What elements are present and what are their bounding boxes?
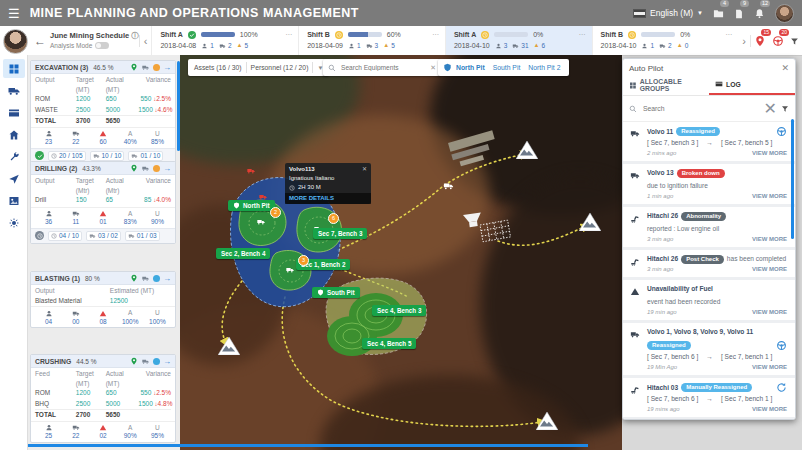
bench-count-badge[interactable]: 2 [270, 207, 281, 218]
excavation-card[interactable]: EXCAVATION (3)46.5 % → OutputTarget (MT)… [30, 60, 176, 164]
language-selector[interactable]: English (M)▼ [633, 8, 703, 18]
sidebar-item-grid[interactable] [3, 59, 25, 78]
coin-icon[interactable] [153, 64, 160, 71]
filter-icon[interactable] [790, 32, 799, 50]
view-more-link[interactable]: VIEW MORE [752, 362, 787, 372]
south-pit-label[interactable]: South Pit [312, 287, 360, 298]
steer-icon[interactable] [776, 126, 787, 137]
view-more-link[interactable]: VIEW MORE [752, 307, 787, 317]
log-entry[interactable]: Hitachi 26Post Checkhas been completed3 … [623, 250, 795, 280]
log-entry[interactable]: Volvo 13Broken downdue to ignition failu… [623, 164, 795, 207]
equipment-tooltip[interactable]: Volvo113✕ Ignatious Italiano 2H 30 M MOR… [285, 163, 371, 204]
log-entry[interactable]: Hitachi 26Abnormalityreported : Low engi… [623, 207, 795, 250]
fleet-icon[interactable] [141, 275, 150, 282]
view-more-link[interactable]: VIEW MORE [752, 404, 787, 414]
more-details-link[interactable]: MORE DETAILS [285, 193, 371, 204]
location-pin-icon[interactable] [130, 63, 138, 71]
view-more-link[interactable]: VIEW MORE [752, 234, 787, 244]
sidebar-item-gear[interactable] [3, 213, 25, 232]
horizontal-scrollbar[interactable] [28, 444, 588, 447]
messages-icon[interactable]: 20 [772, 32, 784, 50]
view-more-link[interactable]: VIEW MORE [752, 191, 787, 201]
bench-label[interactable]: Sec 2, Bench 4 [216, 248, 270, 259]
tab-log[interactable]: LOG [709, 75, 795, 95]
operator-avatar[interactable] [3, 29, 28, 54]
shift-card[interactable]: Shift B0%⋯2018-04-1012▲0 [592, 26, 739, 55]
map-filter-bar[interactable]: Assets (16 / 30) Personnel (12 / 20) ▼ [188, 59, 329, 76]
sidebar-item-wrench[interactable] [3, 147, 25, 166]
blasting-card[interactable]: BLASTING (1)80 % → OutputEstimated (MT) … [30, 271, 176, 328]
sidebar-item-image[interactable] [3, 191, 25, 210]
shift-next-chevron[interactable]: › [738, 35, 751, 47]
search-icon [328, 64, 336, 72]
bench-count-badge[interactable]: 3 [298, 255, 309, 266]
tab-north-pit[interactable]: North Pit [452, 64, 489, 71]
equipment-search-input[interactable] [339, 63, 417, 72]
drilling-card[interactable]: DRILLING (2)43.3% → OutputTarget (Mtr)Ac… [30, 161, 176, 244]
menu-icon[interactable]: ☰ [8, 6, 20, 21]
log-search-input[interactable] [641, 104, 760, 113]
bench-label[interactable]: Sec 7, Bench 3 [313, 228, 367, 239]
log-entry[interactable]: Unavailability of Fuelevent had been rec… [623, 280, 795, 323]
clear-search-icon[interactable]: ✕ [430, 64, 436, 72]
location-pin-icon[interactable] [130, 164, 138, 172]
view-more-link[interactable]: VIEW MORE [752, 264, 787, 274]
fleet-icon[interactable] [141, 64, 150, 71]
shift-card[interactable]: Shift A100%⋯2018-04-0812▲5 [151, 26, 298, 55]
personnel-filter[interactable]: Personnel (12 / 20) [251, 64, 309, 71]
analysis-mode-toggle[interactable]: Analysis Mode [50, 41, 139, 51]
notifications-bell-icon[interactable]: 12 [754, 4, 765, 22]
filter-icon[interactable] [781, 105, 789, 113]
tab-south-pit[interactable]: South Pit [489, 64, 525, 71]
files-button[interactable]: 4 [713, 4, 724, 22]
close-icon[interactable]: ✕ [362, 165, 367, 174]
coin-icon[interactable] [153, 165, 160, 172]
location-pin-icon[interactable] [130, 274, 138, 282]
stat-col: A83% [117, 210, 144, 227]
clear-search-icon[interactable]: ✕ [764, 99, 777, 118]
shift-card[interactable]: Shift A0%⋯2018-04-10331▲6 [445, 26, 592, 55]
goto-arrow-icon[interactable]: → [163, 275, 171, 282]
assets-filter[interactable]: Assets (16 / 30) [194, 64, 242, 71]
bench-label[interactable]: Sec 4, Bench 3 [372, 305, 426, 316]
goto-arrow-icon[interactable]: → [163, 358, 171, 365]
close-icon[interactable]: ✕ [781, 63, 789, 73]
steer-icon[interactable] [776, 340, 787, 351]
shift-more-icon[interactable]: ⋯ [725, 29, 732, 40]
coin-icon[interactable] [153, 358, 160, 365]
back-arrow-icon[interactable]: ← [34, 34, 46, 48]
stat-col: 08 [89, 309, 116, 326]
goto-arrow-icon[interactable]: → [163, 64, 171, 71]
mine-map[interactable]: Assets (16 / 30) Personnel (12 / 20) ▼ ✕… [180, 55, 622, 450]
log-entry[interactable]: Volvo 1, Volvo 8, Volvo 9, Volvo 11Reass… [623, 323, 795, 378]
alerts-pin-icon[interactable]: 15 [754, 32, 766, 50]
log-entry[interactable]: Volvo 11Reassigned[ Sec 7, bench 3 ]→[ S… [623, 122, 795, 164]
map-search-bar[interactable]: ✕ [323, 59, 441, 76]
log-scrollbar[interactable] [791, 119, 794, 239]
coin-icon[interactable] [153, 275, 160, 282]
shift-card[interactable]: Shift B60%⋯2018-04-0913▲5 [298, 26, 445, 55]
sidebar-item-home[interactable] [3, 125, 25, 144]
sidebar-item-card[interactable] [3, 103, 25, 122]
tab-allocable-groups[interactable]: ALLOCABLE GROUPS [623, 75, 709, 95]
goto-arrow-icon[interactable]: → [163, 165, 171, 172]
loop-icon[interactable] [776, 382, 787, 393]
documents-button[interactable]: 9 [734, 4, 744, 22]
bench-label[interactable]: Sec 4, Bench 5 [362, 338, 416, 349]
tab-north-pit-2[interactable]: North Pit 2 [524, 64, 564, 71]
fleet-icon[interactable] [141, 165, 150, 172]
shift-more-icon[interactable]: ⋯ [285, 29, 292, 40]
sidebar-item-truck[interactable] [3, 81, 25, 100]
fleet-icon[interactable] [141, 358, 150, 365]
log-entry[interactable]: Hitachi 03Manually Reassigned[ Sec 7, be… [623, 378, 795, 420]
shift-more-icon[interactable]: ⋯ [432, 29, 439, 40]
shift-more-icon[interactable]: ⋯ [579, 29, 586, 40]
shift-prev-chevron[interactable]: ‹ [139, 35, 152, 47]
user-avatar[interactable] [775, 4, 794, 23]
location-pin-icon[interactable] [130, 357, 138, 365]
bench-count-badge[interactable]: 6 [328, 213, 339, 224]
crushing-card[interactable]: CRUSHING44.5 % → FeedTarget (MT)Actual (… [30, 354, 176, 443]
view-more-link[interactable]: VIEW MORE [752, 148, 787, 158]
north-pit-label[interactable]: North Pit [228, 200, 275, 211]
sidebar-item-send[interactable] [3, 169, 25, 188]
